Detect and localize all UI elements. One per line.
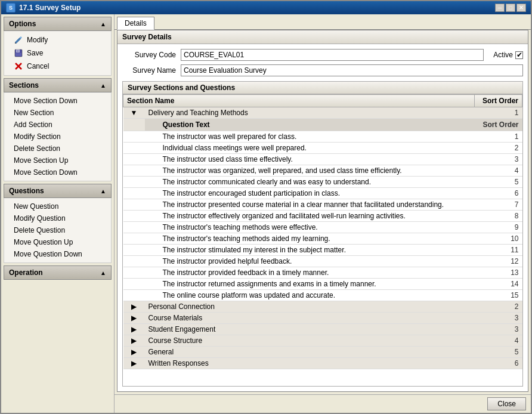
- sidebar-item-move-section-down[interactable]: Move Section Down: [4, 166, 111, 178]
- sidebar-item-move-section-down-top[interactable]: Move Section Down: [4, 95, 111, 107]
- question-text-cell: The instructor was organized, well prepa…: [145, 165, 475, 177]
- sidebar-item-new-question[interactable]: New Question: [4, 200, 111, 212]
- expand-icon[interactable]: ▶: [123, 347, 145, 358]
- table-title: Survey Sections and Questions: [123, 82, 522, 94]
- col-section-name: Section Name: [123, 95, 475, 107]
- sidebar-item-move-question-down[interactable]: Move Question Down: [4, 248, 111, 260]
- section-name-cell: Course Materials: [145, 313, 475, 324]
- sidebar-item-delete-section[interactable]: Delete Section: [4, 143, 111, 155]
- modify-question-label: Modify Question: [14, 214, 66, 223]
- expand-icon[interactable]: ▶: [123, 313, 145, 324]
- table-row[interactable]: ▼ Delivery and Teaching Methods 1: [123, 107, 522, 119]
- active-checkbox[interactable]: ✔: [515, 51, 523, 59]
- window-title: 17.1 Survey Setup: [19, 4, 495, 12]
- question-text-header: Question Text: [145, 119, 475, 131]
- delete-question-label: Delete Question: [14, 226, 65, 234]
- question-sort-cell: 12: [475, 256, 522, 267]
- tab-details[interactable]: Details: [117, 17, 154, 30]
- sidebar-item-modify-question[interactable]: Modify Question: [4, 212, 111, 224]
- section-sort-cell: 3: [475, 324, 522, 335]
- window-controls: ─ □ ✕: [495, 4, 526, 12]
- question-text-cell: The instructor returned assignments and …: [145, 279, 475, 290]
- tab-bar: Details: [115, 14, 531, 30]
- table-row[interactable]: The instructor's teaching methods were e…: [123, 222, 522, 233]
- operation-label: Operation: [9, 268, 43, 277]
- section-name-cell: Written Responses: [145, 358, 475, 369]
- table-row[interactable]: ▶ Course Materials 3: [123, 313, 522, 324]
- table-row[interactable]: The instructor stimulated my interest in…: [123, 245, 522, 256]
- sidebar-item-cancel[interactable]: Cancel: [4, 60, 111, 73]
- section-sort-cell: 3: [475, 313, 522, 324]
- maximize-button[interactable]: □: [506, 4, 515, 12]
- table-row[interactable]: The instructor used class time effective…: [123, 154, 522, 165]
- expand-icon[interactable]: ▶: [123, 335, 145, 347]
- move-question-down-label: Move Question Down: [14, 250, 82, 258]
- operation-section: Operation ▲: [4, 265, 112, 280]
- modify-section-label: Modify Section: [14, 132, 61, 141]
- section-sort-cell: 2: [475, 301, 522, 313]
- minimize-button[interactable]: ─: [495, 4, 505, 12]
- question-sort-cell: 9: [475, 222, 522, 233]
- table-row[interactable]: The instructor provided feedback in a ti…: [123, 267, 522, 279]
- expand-icon[interactable]: ▶: [123, 301, 145, 313]
- table-row[interactable]: The instructor effectively organized and…: [123, 211, 522, 222]
- table-row[interactable]: The instructor provided helpful feedback…: [123, 256, 522, 267]
- question-text-cell: The instructor's teaching methods were e…: [145, 222, 475, 233]
- section-sort-cell: 1: [475, 107, 522, 119]
- survey-name-label: Survey Name: [122, 66, 176, 75]
- table-row[interactable]: The instructor's teaching methods aided …: [123, 233, 522, 245]
- questions-label: Questions: [9, 187, 44, 195]
- add-section-label: Add Section: [14, 121, 52, 129]
- expand-icon[interactable]: ▶: [123, 358, 145, 369]
- table-row[interactable]: The instructor communicated clearly and …: [123, 177, 522, 188]
- survey-name-input[interactable]: [181, 64, 523, 76]
- move-section-down-label: Move Section Down: [14, 168, 78, 177]
- table-row[interactable]: ▶ General 5: [123, 347, 522, 358]
- question-sort-cell: 2: [475, 143, 522, 154]
- table-row[interactable]: The instructor returned assignments and …: [123, 279, 522, 290]
- question-text-cell: The online course platform was updated a…: [145, 290, 475, 301]
- footer-bar: Close: [115, 394, 531, 413]
- close-button[interactable]: Close: [487, 397, 526, 410]
- sections-collapse-icon: ▲: [100, 82, 106, 89]
- sidebar-item-add-section[interactable]: Add Section: [4, 119, 111, 131]
- question-header-row: Question Text Sort Order: [123, 119, 522, 131]
- sidebar-item-modify[interactable]: Modify: [4, 33, 111, 47]
- operation-header[interactable]: Operation ▲: [4, 265, 112, 280]
- move-section-up-label: Move Section Up: [14, 156, 68, 165]
- sidebar-item-delete-question[interactable]: Delete Question: [4, 224, 111, 236]
- questions-collapse-icon: ▲: [100, 188, 106, 194]
- sidebar-item-move-section-up[interactable]: Move Section Up: [4, 155, 111, 166]
- questions-section: Questions ▲ New Question Modify Question…: [4, 184, 112, 263]
- sidebar-item-move-question-up[interactable]: Move Question Up: [4, 236, 111, 248]
- expand-icon[interactable]: ▼: [123, 107, 145, 119]
- sidebar: Options ▲ Modify Save: [1, 14, 115, 413]
- sections-header[interactable]: Sections ▲: [4, 78, 112, 92]
- question-sort-cell: 6: [475, 188, 522, 199]
- active-row: Active ✔: [493, 51, 523, 59]
- main-panel: Survey Details Survey Code Active ✔: [117, 30, 528, 392]
- sidebar-item-save[interactable]: Save: [4, 47, 111, 60]
- table-row[interactable]: ▶ Student Engagement 3: [123, 324, 522, 335]
- table-row[interactable]: The instructor presented course material…: [123, 199, 522, 211]
- survey-code-input[interactable]: [181, 49, 484, 61]
- sidebar-item-modify-section[interactable]: Modify Section: [4, 131, 111, 143]
- close-button[interactable]: ✕: [516, 4, 526, 12]
- table-row[interactable]: The instructor encouraged student partic…: [123, 188, 522, 199]
- options-header[interactable]: Options ▲: [4, 17, 112, 31]
- main-content: Options ▲ Modify Save: [1, 14, 531, 413]
- table-row[interactable]: ▶ Course Structure 4: [123, 335, 522, 347]
- pencil-icon: [14, 35, 23, 45]
- table-row[interactable]: ▶ Written Responses 6: [123, 358, 522, 369]
- data-table[interactable]: Section Name Sort Order ▼ Delivery and T…: [123, 94, 522, 386]
- table-row[interactable]: The instructor was well prepared for cla…: [123, 131, 522, 143]
- questions-header[interactable]: Questions ▲: [4, 184, 112, 198]
- table-row[interactable]: ▶ Personal Connection 2: [123, 301, 522, 313]
- question-text-cell: The instructor communicated clearly and …: [145, 177, 475, 188]
- table-row[interactable]: Individual class meetings were well prep…: [123, 143, 522, 154]
- section-name-cell: Student Engagement: [145, 324, 475, 335]
- table-row[interactable]: The instructor was organized, well prepa…: [123, 165, 522, 177]
- sidebar-item-new-section[interactable]: New Section: [4, 107, 111, 119]
- table-row[interactable]: The online course platform was updated a…: [123, 290, 522, 301]
- expand-icon[interactable]: ▶: [123, 324, 145, 335]
